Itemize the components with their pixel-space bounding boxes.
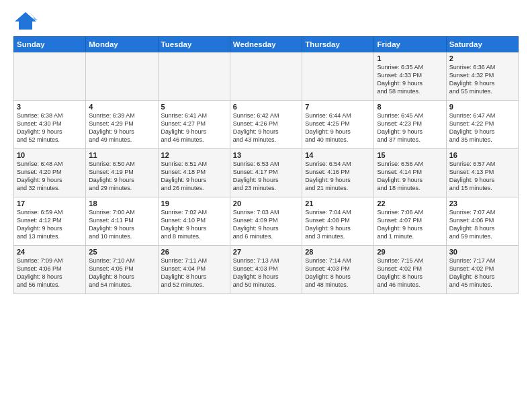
day-info: Sunrise: 7:04 AMSunset: 4:08 PMDaylight:… xyxy=(305,208,371,241)
calendar-cell: 6Sunrise: 6:42 AMSunset: 4:26 PMDaylight… xyxy=(230,101,302,149)
day-info: Sunrise: 6:38 AMSunset: 4:30 PMDaylight:… xyxy=(17,111,83,144)
week-row-2: 3Sunrise: 6:38 AMSunset: 4:30 PMDaylight… xyxy=(14,101,519,149)
day-info: Sunrise: 7:06 AMSunset: 4:07 PMDaylight:… xyxy=(377,208,443,241)
calendar-cell: 10Sunrise: 6:48 AMSunset: 4:20 PMDayligh… xyxy=(14,149,86,197)
day-info: Sunrise: 6:56 AMSunset: 4:14 PMDaylight:… xyxy=(377,160,443,193)
calendar-cell: 18Sunrise: 7:00 AMSunset: 4:11 PMDayligh… xyxy=(86,197,158,246)
day-number: 6 xyxy=(233,103,299,111)
calendar-cell: 5Sunrise: 6:41 AMSunset: 4:27 PMDaylight… xyxy=(158,101,230,149)
day-number: 28 xyxy=(305,248,371,256)
week-row-1: 1Sunrise: 6:35 AMSunset: 4:33 PMDaylight… xyxy=(14,52,519,101)
calendar-cell: 25Sunrise: 7:10 AMSunset: 4:05 PMDayligh… xyxy=(86,246,158,294)
calendar-cell: 30Sunrise: 7:17 AMSunset: 4:02 PMDayligh… xyxy=(446,246,518,294)
day-number: 18 xyxy=(89,199,154,208)
header-cell-saturday: Saturday xyxy=(446,37,518,52)
calendar-cell xyxy=(86,52,158,101)
day-info: Sunrise: 7:17 AMSunset: 4:02 PMDaylight:… xyxy=(449,257,515,289)
header-cell-thursday: Thursday xyxy=(302,37,374,52)
header-cell-sunday: Sunday xyxy=(14,37,86,52)
calendar-cell: 23Sunrise: 7:07 AMSunset: 4:06 PMDayligh… xyxy=(446,197,518,246)
day-info: Sunrise: 7:13 AMSunset: 4:03 PMDaylight:… xyxy=(233,257,299,289)
day-info: Sunrise: 6:48 AMSunset: 4:20 PMDaylight:… xyxy=(17,160,83,193)
calendar-cell: 24Sunrise: 7:09 AMSunset: 4:06 PMDayligh… xyxy=(14,246,86,294)
week-row-4: 17Sunrise: 6:59 AMSunset: 4:12 PMDayligh… xyxy=(14,197,519,246)
day-info: Sunrise: 6:54 AMSunset: 4:16 PMDaylight:… xyxy=(305,160,371,193)
day-number: 23 xyxy=(449,199,515,208)
day-info: Sunrise: 6:59 AMSunset: 4:12 PMDaylight:… xyxy=(17,208,83,241)
day-info: Sunrise: 6:41 AMSunset: 4:27 PMDaylight:… xyxy=(161,111,227,144)
logo xyxy=(13,11,40,31)
calendar-cell: 14Sunrise: 6:54 AMSunset: 4:16 PMDayligh… xyxy=(302,149,374,197)
day-number: 7 xyxy=(305,103,371,111)
day-info: Sunrise: 6:36 AMSunset: 4:32 PMDaylight:… xyxy=(449,63,515,96)
day-number: 29 xyxy=(377,248,443,256)
day-info: Sunrise: 6:35 AMSunset: 4:33 PMDaylight:… xyxy=(377,63,443,96)
calendar-cell: 20Sunrise: 7:03 AMSunset: 4:09 PMDayligh… xyxy=(230,197,302,246)
calendar-cell: 8Sunrise: 6:45 AMSunset: 4:23 PMDaylight… xyxy=(374,101,446,149)
header-cell-wednesday: Wednesday xyxy=(230,37,302,52)
day-number: 22 xyxy=(377,199,443,208)
calendar-cell: 7Sunrise: 6:44 AMSunset: 4:25 PMDaylight… xyxy=(302,101,374,149)
calendar-cell: 12Sunrise: 6:51 AMSunset: 4:18 PMDayligh… xyxy=(158,149,230,197)
header-cell-tuesday: Tuesday xyxy=(158,37,230,52)
day-number: 9 xyxy=(449,103,515,111)
day-number: 15 xyxy=(377,151,443,159)
calendar-cell: 15Sunrise: 6:56 AMSunset: 4:14 PMDayligh… xyxy=(374,149,446,197)
day-number: 26 xyxy=(161,248,227,256)
day-info: Sunrise: 6:53 AMSunset: 4:17 PMDaylight:… xyxy=(233,160,299,193)
day-info: Sunrise: 7:09 AMSunset: 4:06 PMDaylight:… xyxy=(17,257,83,289)
day-number: 2 xyxy=(449,54,515,62)
day-info: Sunrise: 7:02 AMSunset: 4:10 PMDaylight:… xyxy=(161,208,227,241)
day-info: Sunrise: 7:11 AMSunset: 4:04 PMDaylight:… xyxy=(161,257,227,289)
calendar-cell: 4Sunrise: 6:39 AMSunset: 4:29 PMDaylight… xyxy=(86,101,158,149)
header-row: SundayMondayTuesdayWednesdayThursdayFrid… xyxy=(14,37,519,52)
day-info: Sunrise: 7:07 AMSunset: 4:06 PMDaylight:… xyxy=(449,208,515,241)
day-number: 24 xyxy=(17,248,83,256)
day-number: 13 xyxy=(233,151,299,159)
page: SundayMondayTuesdayWednesdayThursdayFrid… xyxy=(0,0,532,411)
day-number: 3 xyxy=(17,103,83,111)
calendar-cell: 11Sunrise: 6:50 AMSunset: 4:19 PMDayligh… xyxy=(86,149,158,197)
day-info: Sunrise: 7:00 AMSunset: 4:11 PMDaylight:… xyxy=(89,208,154,241)
day-info: Sunrise: 6:57 AMSunset: 4:13 PMDaylight:… xyxy=(449,160,515,193)
day-number: 17 xyxy=(17,199,83,208)
day-info: Sunrise: 6:50 AMSunset: 4:19 PMDaylight:… xyxy=(89,160,154,193)
day-number: 30 xyxy=(449,248,515,256)
day-info: Sunrise: 6:39 AMSunset: 4:29 PMDaylight:… xyxy=(89,111,154,144)
calendar-table: SundayMondayTuesdayWednesdayThursdayFrid… xyxy=(13,36,519,294)
calendar-cell xyxy=(230,52,302,101)
logo-icon xyxy=(13,11,38,31)
day-info: Sunrise: 7:03 AMSunset: 4:09 PMDaylight:… xyxy=(233,208,299,241)
day-number: 11 xyxy=(89,151,154,159)
day-number: 20 xyxy=(233,199,299,208)
calendar-cell: 9Sunrise: 6:47 AMSunset: 4:22 PMDaylight… xyxy=(446,101,518,149)
day-info: Sunrise: 6:51 AMSunset: 4:18 PMDaylight:… xyxy=(161,160,227,193)
calendar-cell: 19Sunrise: 7:02 AMSunset: 4:10 PMDayligh… xyxy=(158,197,230,246)
calendar-cell: 2Sunrise: 6:36 AMSunset: 4:32 PMDaylight… xyxy=(446,52,518,101)
day-info: Sunrise: 7:15 AMSunset: 4:02 PMDaylight:… xyxy=(377,257,443,289)
day-info: Sunrise: 7:14 AMSunset: 4:03 PMDaylight:… xyxy=(305,257,371,289)
calendar-cell: 27Sunrise: 7:13 AMSunset: 4:03 PMDayligh… xyxy=(230,246,302,294)
week-row-3: 10Sunrise: 6:48 AMSunset: 4:20 PMDayligh… xyxy=(14,149,519,197)
day-info: Sunrise: 6:42 AMSunset: 4:26 PMDaylight:… xyxy=(233,111,299,144)
day-info: Sunrise: 7:10 AMSunset: 4:05 PMDaylight:… xyxy=(89,257,154,289)
calendar-cell xyxy=(158,52,230,101)
day-number: 21 xyxy=(305,199,371,208)
day-number: 8 xyxy=(377,103,443,111)
day-number: 5 xyxy=(161,103,227,111)
day-number: 12 xyxy=(161,151,227,159)
calendar-cell: 17Sunrise: 6:59 AMSunset: 4:12 PMDayligh… xyxy=(14,197,86,246)
day-info: Sunrise: 6:45 AMSunset: 4:23 PMDaylight:… xyxy=(377,111,443,144)
day-number: 19 xyxy=(161,199,227,208)
day-number: 16 xyxy=(449,151,515,159)
day-number: 10 xyxy=(17,151,83,159)
day-info: Sunrise: 6:47 AMSunset: 4:22 PMDaylight:… xyxy=(449,111,515,144)
calendar-cell xyxy=(302,52,374,101)
header-cell-monday: Monday xyxy=(86,37,158,52)
calendar-cell: 16Sunrise: 6:57 AMSunset: 4:13 PMDayligh… xyxy=(446,149,518,197)
calendar-cell xyxy=(14,52,86,101)
header-cell-friday: Friday xyxy=(374,37,446,52)
calendar-cell: 28Sunrise: 7:14 AMSunset: 4:03 PMDayligh… xyxy=(302,246,374,294)
calendar-cell: 13Sunrise: 6:53 AMSunset: 4:17 PMDayligh… xyxy=(230,149,302,197)
day-number: 27 xyxy=(233,248,299,256)
